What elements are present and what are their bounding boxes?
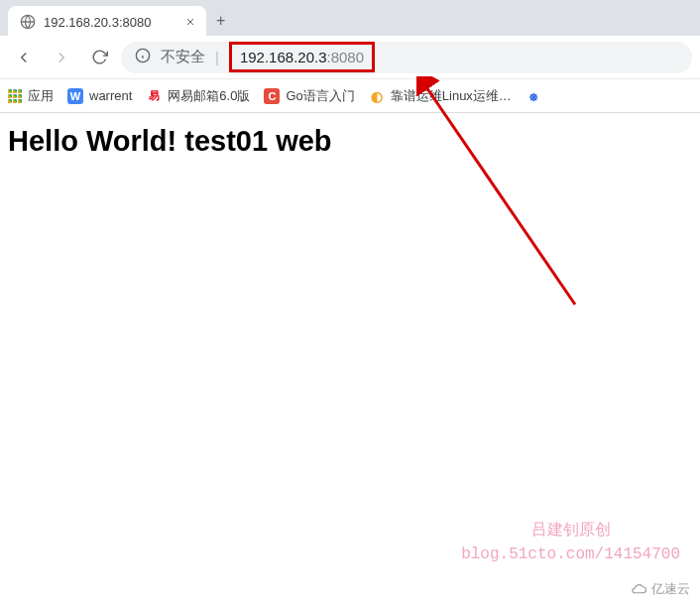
bookmark-label: Go语言入门 xyxy=(286,87,354,105)
bookmark-icon: C xyxy=(264,88,280,104)
watermark-line2: blog.51cto.com/14154700 xyxy=(461,543,680,566)
bookmark-label: 靠谱运维Linux运维… xyxy=(391,87,512,105)
nav-toolbar: 不安全 | 192.168.20.3:8080 xyxy=(0,36,700,79)
bookmark-icon: W xyxy=(67,88,83,104)
watermark: 吕建钊原创 blog.51cto.com/14154700 xyxy=(461,519,680,566)
security-label: 不安全 xyxy=(161,48,205,66)
browser-tab[interactable]: 192.168.20.3:8080 xyxy=(8,6,206,36)
info-icon xyxy=(135,48,151,66)
bookmark-label: 网易邮箱6.0版 xyxy=(168,87,250,105)
bookmark-kubernetes[interactable]: ⎈ xyxy=(525,88,541,104)
corner-logo: 亿速云 xyxy=(630,580,690,598)
back-button[interactable] xyxy=(8,42,40,73)
bookmark-warrent[interactable]: W warrent xyxy=(67,88,132,104)
kubernetes-icon: ⎈ xyxy=(525,88,541,104)
bookmark-go[interactable]: C Go语言入门 xyxy=(264,87,354,105)
divider: | xyxy=(215,49,219,65)
bookmark-linux[interactable]: ◐ 靠谱运维Linux运维… xyxy=(369,87,512,105)
close-icon[interactable] xyxy=(184,16,196,28)
address-bar[interactable]: 不安全 | 192.168.20.3:8080 xyxy=(121,42,692,73)
url-host: 192.168.20.3 xyxy=(240,49,327,65)
url-port: :8080 xyxy=(327,49,365,65)
bookmark-label: 应用 xyxy=(28,87,54,105)
bookmark-163mail[interactable]: 易 网易邮箱6.0版 xyxy=(146,87,250,105)
bookmark-icon: 易 xyxy=(146,88,162,104)
corner-label: 亿速云 xyxy=(651,580,690,598)
bookmarks-bar: 应用 W warrent 易 网易邮箱6.0版 C Go语言入门 ◐ 靠谱运维L… xyxy=(0,79,700,113)
bookmark-label: warrent xyxy=(89,88,132,103)
bookmark-icon: ◐ xyxy=(369,88,385,104)
tab-strip: 192.168.20.3:8080 + xyxy=(0,0,700,36)
watermark-line1: 吕建钊原创 xyxy=(461,519,680,543)
url-highlight-box: 192.168.20.3:8080 xyxy=(229,42,375,72)
forward-button[interactable] xyxy=(46,42,77,73)
globe-icon xyxy=(20,14,36,30)
page-content: Hello World! test01 web xyxy=(0,113,700,170)
apps-grid-icon xyxy=(8,89,22,103)
page-heading: Hello World! test01 web xyxy=(8,125,692,158)
cloud-icon xyxy=(630,582,647,596)
new-tab-button[interactable]: + xyxy=(206,6,235,36)
reload-button[interactable] xyxy=(83,42,115,73)
apps-button[interactable]: 应用 xyxy=(8,87,54,105)
tab-title: 192.168.20.3:8080 xyxy=(44,15,176,30)
